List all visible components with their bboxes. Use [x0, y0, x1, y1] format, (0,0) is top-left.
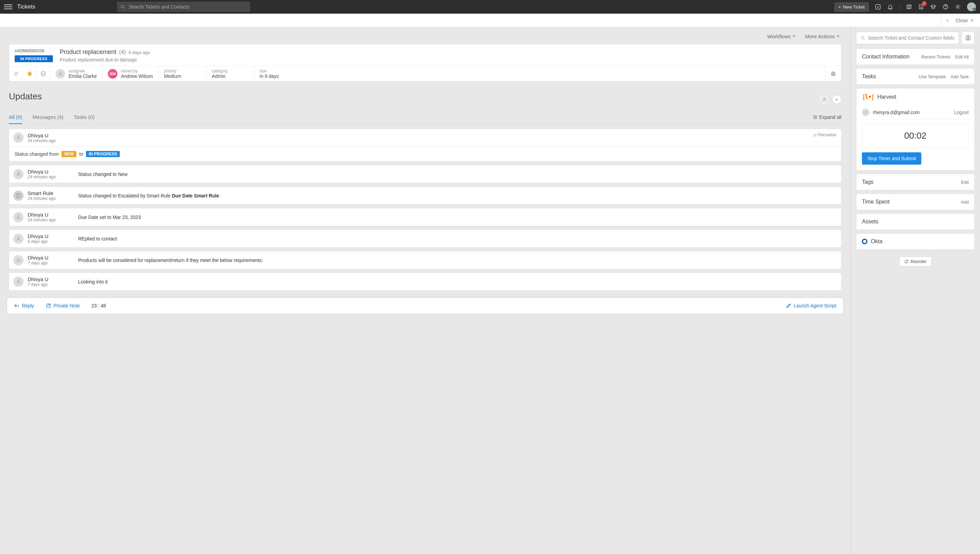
update-time: 24 minutes ago: [28, 174, 68, 179]
okta-card[interactable]: Okta: [856, 233, 975, 250]
update-time: 24 minutes ago: [28, 196, 68, 201]
theme-icon[interactable]: [955, 4, 961, 10]
assets-card[interactable]: Assets: [856, 214, 975, 230]
right-book-button[interactable]: [962, 32, 975, 45]
permalink-link[interactable]: Permalink: [813, 133, 836, 137]
ticket-card: #ADM00000209 IN PROGRESS Product replace…: [9, 44, 842, 81]
edit-all-link[interactable]: Edit All: [955, 54, 969, 59]
search-input[interactable]: Search Tickets and Contacts: [117, 2, 250, 12]
update-avatar: [13, 255, 24, 265]
assignee-cell[interactable]: assignee Emilia Clarke: [50, 66, 102, 81]
reply-button[interactable]: Reply: [14, 303, 34, 308]
notif-badge: 5: [922, 1, 927, 6]
pin-button[interactable]: [9, 66, 23, 81]
launch-script-button[interactable]: Launch Agent Script: [786, 303, 836, 308]
help-icon[interactable]: [942, 4, 948, 10]
svg-point-28: [865, 111, 866, 112]
add-task-link[interactable]: Add Task: [951, 74, 969, 79]
add-participant-button[interactable]: +: [832, 94, 842, 104]
update-card[interactable]: Dhivya U24 minutes agoDue Date set to Ma…: [9, 208, 842, 226]
expand-all-button[interactable]: Expand all: [813, 114, 842, 124]
right-search-input[interactable]: Search Ticket and Contact Custom fields: [856, 32, 959, 44]
update-author: Dhivya U: [28, 276, 68, 282]
recent-tickets-link[interactable]: Recent Tickets: [921, 54, 950, 59]
category-label: category: [212, 69, 228, 73]
reorder-icon: [904, 259, 909, 264]
inbox-icon[interactable]: 5: [918, 4, 924, 10]
ticket-status-chip: IN PROGRESS: [15, 55, 53, 62]
svg-point-10: [43, 73, 44, 74]
update-author: Dhivya U: [28, 212, 68, 217]
more-actions-dropdown[interactable]: More Actions: [805, 34, 839, 39]
new-ticket-button[interactable]: + New Ticket: [834, 2, 869, 11]
approve-icon[interactable]: [875, 4, 881, 10]
svg-point-12: [59, 72, 61, 74]
timespent-add-link[interactable]: Add: [961, 200, 969, 204]
raised-by-cell[interactable]: AW raised by Andrew Wilson: [102, 66, 158, 81]
new-ticket-label: New Ticket: [843, 5, 865, 10]
use-template-link[interactable]: Use Template: [919, 74, 946, 79]
tab-messages[interactable]: Messages (4): [32, 114, 64, 124]
update-card[interactable]: Dhivya U7 days agoLooking into it: [9, 273, 842, 291]
timespent-card[interactable]: Time Spent Add: [856, 194, 975, 210]
graduation-icon[interactable]: [930, 4, 936, 10]
svg-line-1: [124, 8, 124, 8]
more-actions-label: More Actions: [805, 34, 835, 39]
bell-icon[interactable]: [887, 4, 893, 10]
reorder-label: Reorder: [911, 259, 927, 264]
tags-title: Tags: [862, 179, 873, 185]
update-content: Due Date set to Mar 23, 2023: [78, 214, 141, 220]
assignee-value: Emilia Clarke: [68, 73, 97, 79]
update-header: Smart Rule24 minutes agoStatus changed t…: [9, 187, 841, 204]
update-card[interactable]: Dhivya U24 minutes agoStatus changed to …: [9, 165, 842, 183]
update-card[interactable]: Dhivya U7 days agoProducts will be consi…: [9, 251, 842, 269]
svg-rect-2: [876, 5, 880, 9]
timespent-title: Time Spent: [862, 199, 889, 205]
svg-point-23: [18, 280, 19, 281]
svg-point-0: [121, 5, 124, 8]
update-header: Dhivya U7 days agoProducts will be consi…: [9, 251, 841, 269]
update-avatar: [13, 212, 24, 222]
tab-tasks[interactable]: Tasks (0): [74, 114, 94, 124]
tasks-card[interactable]: Tasks Use Template Add Task: [856, 68, 975, 85]
prev-button[interactable]: [941, 14, 954, 27]
category-cell[interactable]: category Admin: [207, 66, 254, 81]
update-card[interactable]: Dhivya U24 minutes agoPermalinkStatus ch…: [9, 129, 842, 161]
reorder-button[interactable]: Reorder: [899, 257, 932, 267]
contact-info-card[interactable]: Contact Information Recent Tickets Edit …: [856, 48, 975, 65]
harvest-email: rhenyra.d@gmail.com: [873, 110, 920, 115]
okta-logo-icon: [862, 239, 867, 244]
harvest-logo-icon: |l•|: [862, 93, 874, 101]
actions-row: Workflows More Actions: [9, 27, 842, 44]
map-icon[interactable]: [899, 4, 912, 10]
svg-point-5: [957, 6, 959, 8]
user-icon: [58, 71, 63, 77]
svg-point-20: [18, 215, 19, 217]
star-button[interactable]: [23, 66, 37, 81]
ticket-meta: assignee Emilia Clarke AW raised by Andr…: [9, 66, 841, 81]
okta-title: Okta: [871, 238, 882, 244]
due-cell[interactable]: due in 9 days: [254, 66, 826, 81]
update-time: 7 days ago: [28, 260, 68, 265]
participants-avatar[interactable]: [819, 94, 829, 104]
close-icon: [970, 18, 975, 23]
tab-all[interactable]: All (9): [9, 114, 22, 124]
tools-icon: [786, 303, 791, 308]
priority-cell[interactable]: priority Medium: [159, 66, 207, 81]
stop-timer-button[interactable]: Stop Timer and Submit: [862, 152, 921, 164]
tags-card[interactable]: Tags Edit: [856, 174, 975, 190]
close-label: Close: [955, 18, 968, 23]
hamburger-menu[interactable]: [4, 3, 12, 11]
svg-point-13: [823, 97, 825, 99]
status-dot-cell[interactable]: [826, 66, 841, 81]
user-avatar[interactable]: [967, 2, 976, 11]
update-card[interactable]: Dhivya U6 days agoREplied to contact: [9, 230, 842, 247]
svg-point-9: [42, 73, 43, 74]
private-note-button[interactable]: Private Note: [46, 303, 80, 308]
logout-link[interactable]: Logout: [954, 110, 969, 115]
update-card[interactable]: Smart Rule24 minutes agoStatus changed t…: [9, 187, 842, 204]
more-button[interactable]: [37, 66, 50, 81]
workflows-dropdown[interactable]: Workflows: [767, 34, 795, 39]
tags-edit-link[interactable]: Edit: [961, 180, 969, 185]
close-button[interactable]: Close: [955, 18, 975, 23]
